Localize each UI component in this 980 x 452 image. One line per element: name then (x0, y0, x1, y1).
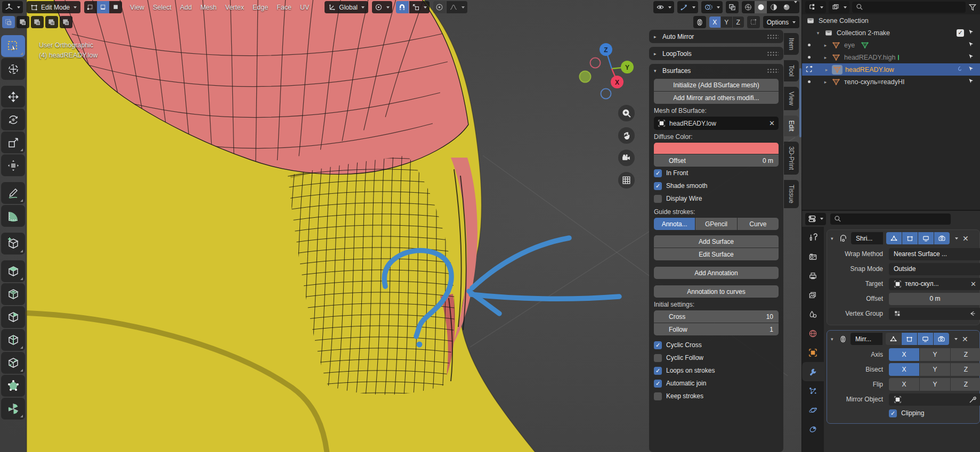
invert-vertex-group-icon[interactable] (969, 310, 976, 317)
eye-dropdown[interactable] (653, 1, 674, 13)
tool-scale[interactable] (1, 132, 25, 153)
menu-select[interactable]: Select (149, 1, 176, 13)
chevron-down-icon[interactable] (794, 1, 797, 3)
axis-z-button[interactable]: Z (951, 348, 980, 361)
camera-view-button[interactable] (618, 150, 635, 166)
tool-knife[interactable] (1, 352, 25, 374)
delete-modifier-icon[interactable]: ✕ (962, 335, 968, 343)
diffuse-color-swatch[interactable] (654, 143, 779, 154)
offset-slider[interactable]: Offset 0 m (654, 154, 779, 167)
add-surface-button[interactable]: Add Surface (654, 235, 779, 248)
options-dropdown[interactable]: Options (763, 16, 799, 28)
tool-tab-icon[interactable] (802, 228, 824, 247)
select-option-invert[interactable] (45, 16, 58, 28)
viewlayer-tab-icon[interactable] (802, 285, 824, 305)
clipping-checkbox[interactable]: ✓ Clipping (889, 407, 980, 420)
xray-icon[interactable] (726, 1, 739, 13)
edge-mode-icon[interactable] (97, 1, 109, 13)
tool-transform[interactable] (1, 154, 25, 176)
flip-x-button[interactable]: X (889, 378, 919, 391)
view-navigation-gizmo[interactable]: Z Y X (579, 33, 648, 105)
filter-funnel-icon[interactable] (968, 3, 977, 12)
particles-tab-icon[interactable] (802, 381, 824, 400)
guide-option-gpencil[interactable]: GPencil (695, 218, 736, 230)
menu-face[interactable]: Face (272, 1, 296, 13)
selectable-cursor-icon[interactable] (968, 78, 975, 85)
tool-select-box[interactable] (1, 35, 25, 57)
modifier-name-field[interactable]: Shri... (851, 232, 883, 244)
outliner-row-eye[interactable]: ▸eye (802, 39, 980, 51)
outliner-display-mode-dropdown[interactable] (805, 1, 826, 13)
tool-cursor[interactable] (1, 58, 25, 80)
physics-tab-icon[interactable] (802, 400, 824, 420)
outliner-filter-display-dropdown[interactable] (829, 1, 849, 13)
display-render-toggle[interactable] (934, 232, 950, 244)
select-option-extend[interactable] (17, 16, 29, 28)
checkbox-cyclic-cross[interactable]: ✓Cyclic Cross (654, 339, 779, 351)
object-tab-icon[interactable] (802, 343, 824, 362)
tab-item[interactable]: Item (784, 33, 799, 55)
add-annotation-button[interactable]: Add Annotation (654, 267, 779, 279)
bsurface-mesh-field[interactable]: headREADY.low ✕ (654, 117, 779, 130)
constraints-tab-icon[interactable] (802, 420, 824, 439)
checkbox-shade-smooth[interactable]: ✓Shade smooth (654, 179, 779, 192)
cross-slider[interactable]: Cross 10 (654, 310, 779, 323)
mirror-axis-y[interactable]: Y (721, 17, 732, 28)
field-dropdown[interactable]: Nearest Surface ... (889, 248, 980, 260)
modifier-extras-icon[interactable] (955, 237, 958, 240)
overlays-dropdown[interactable] (701, 1, 723, 13)
shrinkwrap-header[interactable]: ▾ Shri... ✕ (827, 230, 979, 246)
tool-poly-build[interactable] (1, 375, 25, 397)
modifier-name-field[interactable]: Mirr... (851, 333, 882, 345)
display-on-cage-toggle[interactable] (886, 333, 901, 345)
mode-dropdown[interactable]: Edit Mode (27, 1, 80, 13)
collection-checkbox[interactable]: ✓ (957, 29, 964, 37)
rendered-shading-icon[interactable] (780, 1, 792, 13)
zoom-button[interactable] (618, 105, 635, 121)
tool-extrude-region[interactable] (1, 260, 25, 282)
gizmos-dropdown[interactable] (677, 1, 698, 13)
menu-view[interactable]: View (126, 1, 149, 13)
bisect-y-button[interactable]: Y (920, 363, 950, 376)
expand-arrow-icon[interactable]: ▸ (824, 67, 829, 72)
selectable-cursor-icon[interactable] (968, 54, 975, 61)
tool-rotate[interactable] (1, 109, 25, 130)
outliner-row-collection-2-make[interactable]: ▾Collection 2-make✓ (802, 27, 980, 39)
tool-spin[interactable] (1, 398, 25, 420)
edit-surface-button[interactable]: Edit Surface (654, 248, 779, 260)
panel-grip-icon[interactable] (767, 51, 779, 56)
select-option-subtract[interactable] (31, 16, 44, 28)
field-dropdown[interactable]: Outside (889, 263, 980, 275)
wireframe-shading-icon[interactable] (742, 1, 754, 13)
scene-tab-icon[interactable] (802, 305, 824, 324)
tab-3d-print[interactable]: 3D-Print (784, 142, 799, 175)
tool-annotate[interactable] (1, 182, 25, 204)
tool-bevel[interactable] (1, 306, 25, 328)
clear-mesh-icon[interactable]: ✕ (769, 119, 775, 127)
selectable-cursor-icon[interactable] (968, 42, 975, 48)
face-mode-icon[interactable] (110, 1, 122, 13)
bisect-x-button[interactable]: X (889, 363, 919, 376)
checkbox-keep-strokes[interactable]: ✓Keep strokes (654, 390, 779, 402)
checkbox-in-front[interactable]: ✓In Front (654, 167, 779, 179)
selectable-cursor-icon[interactable] (968, 29, 975, 36)
select-option-intersect[interactable] (60, 16, 72, 28)
panel-grip-icon[interactable] (767, 34, 779, 39)
pan-hand-button[interactable] (618, 127, 635, 144)
outliner-row-headready-low[interactable]: ▸headREADY.low (802, 63, 980, 76)
tool-inset-faces[interactable] (1, 283, 25, 305)
tab-view[interactable]: View (784, 87, 799, 110)
expand-arrow-icon[interactable]: ▸ (823, 43, 828, 48)
properties-editor-type-button[interactable] (805, 213, 826, 225)
menu-vertex[interactable]: Vertex (221, 1, 248, 13)
tool-move[interactable] (1, 86, 25, 108)
panel-bsurfaces-header[interactable]: ▾ Bsurfaces (649, 64, 783, 77)
add-mirror-modifiers-button[interactable]: Add Mirror and others modifi... (654, 92, 779, 104)
flip-z-button[interactable]: Z (951, 378, 980, 391)
pivot-point-dropdown[interactable] (372, 1, 392, 13)
menu-add[interactable]: Add (176, 1, 196, 13)
initialize-button[interactable]: Initialize (Add BSurface mesh) (654, 79, 779, 91)
menu-uv[interactable]: UV (296, 1, 313, 13)
tab-edit[interactable]: Edit (784, 116, 799, 136)
annotation-to-curves-button[interactable]: Annotation to curves (654, 285, 779, 298)
